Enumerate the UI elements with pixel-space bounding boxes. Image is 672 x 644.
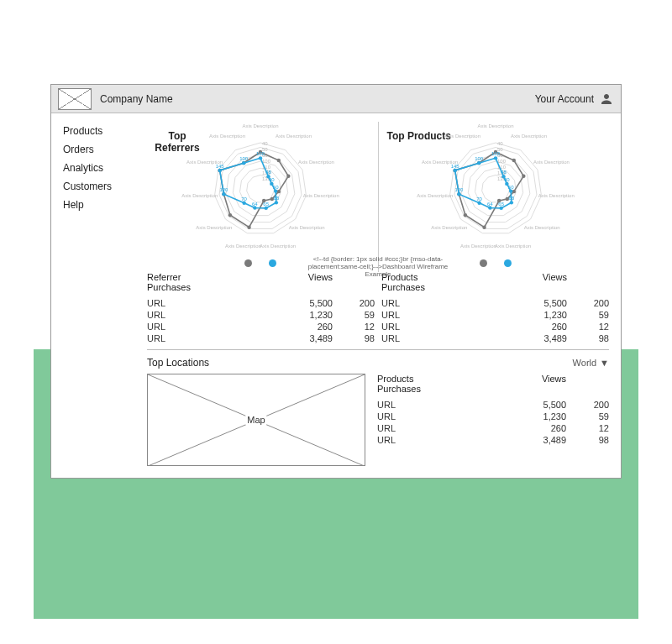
svg-text:40: 40 bbox=[262, 141, 268, 146]
svg-text:120: 120 bbox=[454, 187, 464, 192]
svg-text:50: 50 bbox=[508, 185, 514, 190]
charts-row: Top Referrers 130120110100605040Axis Des… bbox=[147, 122, 609, 272]
svg-point-89 bbox=[453, 169, 456, 172]
svg-text:70: 70 bbox=[242, 196, 248, 202]
svg-point-20 bbox=[286, 175, 290, 178]
center-note: <!--td {border: 1px solid #ccc;}br {mso-… bbox=[302, 256, 454, 278]
legend-dot-a2 bbox=[480, 259, 487, 267]
charts-divider bbox=[378, 122, 379, 272]
svg-text:70: 70 bbox=[476, 196, 482, 202]
th-loc-views: Views bbox=[498, 374, 566, 399]
tables-row: ReferrerPurchases Views URL5,500200URL1,… bbox=[147, 272, 609, 350]
chart-products: Top Products 130120110100605040Axis Desc… bbox=[382, 122, 610, 272]
radar-products: 130120110100605040Axis DescriptionAxis D… bbox=[395, 122, 596, 256]
referrers-table-col: ReferrerPurchases Views URL5,500200URL1,… bbox=[147, 272, 375, 344]
svg-point-35 bbox=[253, 206, 256, 209]
svg-text:Axis Description: Axis Description bbox=[276, 134, 312, 139]
svg-point-19 bbox=[277, 159, 281, 162]
svg-text:Axis Description: Axis Description bbox=[511, 134, 547, 139]
svg-point-85 bbox=[499, 207, 502, 210]
svg-text:68: 68 bbox=[508, 196, 514, 201]
svg-point-80 bbox=[494, 156, 497, 160]
svg-text:40: 40 bbox=[497, 141, 503, 146]
radar-referrers: 130120110100605040Axis DescriptionAxis D… bbox=[160, 122, 361, 256]
svg-point-32 bbox=[274, 189, 277, 192]
svg-text:Axis Description: Axis Description bbox=[289, 225, 325, 230]
referrers-table: ReferrerPurchases Views URL5,500200URL1,… bbox=[147, 272, 375, 344]
map-placeholder[interactable]: Map bbox=[147, 374, 365, 466]
svg-point-33 bbox=[275, 201, 278, 204]
svg-text:Axis Description: Axis Description bbox=[197, 225, 233, 230]
svg-text:Axis Description: Axis Description bbox=[181, 193, 218, 198]
sidebar-item-customers[interactable]: Customers bbox=[63, 181, 139, 192]
svg-text:64: 64 bbox=[487, 202, 493, 207]
svg-text:Axis Description: Axis Description bbox=[538, 193, 574, 198]
account-label: Your Account bbox=[535, 93, 594, 105]
user-icon bbox=[599, 92, 614, 107]
svg-text:65: 65 bbox=[264, 202, 270, 207]
logo-placeholder[interactable] bbox=[58, 88, 92, 110]
svg-text:64: 64 bbox=[252, 202, 258, 207]
svg-point-88 bbox=[457, 192, 460, 196]
svg-text:Axis Description: Axis Description bbox=[225, 243, 261, 249]
svg-text:40: 40 bbox=[504, 177, 510, 182]
world-dropdown-label: World bbox=[573, 358, 597, 368]
main-content: Top Referrers 130120110100605040Axis Des… bbox=[147, 122, 609, 466]
table-row[interactable]: URL5,500200 bbox=[147, 297, 375, 309]
sidebar-item-help[interactable]: Help bbox=[63, 199, 139, 211]
th-loc-blank bbox=[566, 374, 609, 399]
world-dropdown[interactable]: World ▼ bbox=[573, 358, 609, 368]
th-views2: Views bbox=[501, 272, 567, 297]
products-table-col: ProductsPurchases Views URL5,500200URL1,… bbox=[381, 272, 609, 344]
svg-text:100: 100 bbox=[262, 159, 271, 164]
svg-point-29 bbox=[259, 156, 262, 160]
svg-text:68: 68 bbox=[274, 196, 280, 201]
table-row[interactable]: URL5,500200 bbox=[381, 297, 609, 309]
table-row[interactable]: URL26012 bbox=[147, 321, 375, 332]
products-table: ProductsPurchases Views URL5,500200URL1,… bbox=[381, 272, 609, 344]
svg-text:100: 100 bbox=[256, 151, 265, 156]
sidebar-item-products[interactable]: Products bbox=[63, 125, 139, 137]
svg-text:48: 48 bbox=[265, 170, 271, 175]
table-row[interactable]: URL3,48998 bbox=[381, 332, 609, 344]
svg-point-36 bbox=[243, 202, 246, 205]
body: Products Orders Analytics Customers Help… bbox=[51, 113, 621, 478]
svg-text:Axis Description: Axis Description bbox=[495, 243, 531, 249]
svg-text:100: 100 bbox=[475, 156, 484, 161]
header-bar: Company Name Your Account bbox=[51, 85, 621, 113]
svg-text:Axis Description: Axis Description bbox=[303, 193, 339, 198]
table-row[interactable]: URL26012 bbox=[381, 321, 609, 332]
locations-table: ProductsPurchases Views URL5,500200URL1,… bbox=[377, 374, 609, 446]
map-label: Map bbox=[245, 415, 266, 425]
sidebar: Products Orders Analytics Customers Help bbox=[63, 122, 139, 466]
table-row[interactable]: URL1,23059 bbox=[147, 309, 375, 321]
table-row[interactable]: URL26012 bbox=[377, 422, 609, 434]
svg-text:145: 145 bbox=[450, 164, 459, 169]
svg-text:Axis Description: Axis Description bbox=[431, 225, 467, 230]
svg-text:40: 40 bbox=[269, 177, 275, 182]
locations-table-col: ProductsPurchases Views URL5,500200URL1,… bbox=[377, 374, 609, 466]
table-row[interactable]: URL5,500200 bbox=[377, 399, 609, 411]
app-frame: Company Name Your Account Products Order… bbox=[50, 84, 622, 479]
sidebar-item-analytics[interactable]: Analytics bbox=[63, 162, 139, 174]
svg-point-37 bbox=[222, 192, 225, 196]
table-row[interactable]: URL1,23059 bbox=[381, 309, 609, 321]
svg-text:Axis Description: Axis Description bbox=[533, 160, 570, 165]
table-row[interactable]: URL1,23059 bbox=[377, 411, 609, 422]
locations-section: Top Locations World ▼ Map Products bbox=[147, 357, 609, 466]
chart-referrers: Top Referrers 130120110100605040Axis Des… bbox=[147, 122, 375, 272]
svg-text:100: 100 bbox=[491, 151, 501, 156]
table-row[interactable]: URL3,48998 bbox=[147, 332, 375, 344]
svg-point-86 bbox=[488, 206, 491, 209]
th-loc-products: ProductsPurchases bbox=[377, 374, 498, 399]
svg-point-83 bbox=[509, 189, 512, 192]
svg-text:Axis Description: Axis Description bbox=[243, 123, 279, 128]
svg-text:120: 120 bbox=[220, 187, 229, 192]
svg-text:100: 100 bbox=[497, 159, 507, 164]
account-area[interactable]: Your Account bbox=[535, 92, 614, 107]
table-row[interactable]: URL3,48998 bbox=[377, 434, 609, 446]
company-name: Company Name bbox=[100, 93, 173, 105]
svg-text:Axis Description: Axis Description bbox=[298, 160, 334, 165]
sidebar-item-orders[interactable]: Orders bbox=[63, 144, 139, 155]
svg-text:Axis Description: Axis Description bbox=[260, 243, 296, 249]
